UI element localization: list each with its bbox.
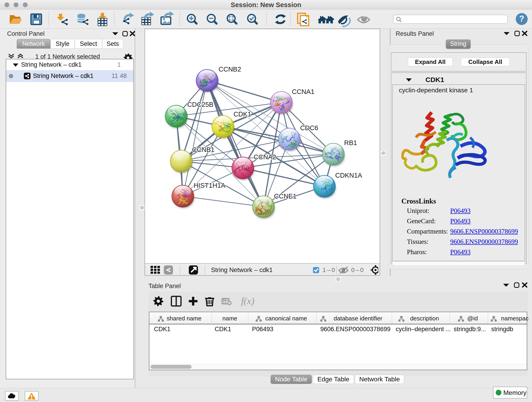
svg-text:RB1: RB1 [344,139,357,147]
svg-text:CDKN1A: CDKN1A [335,172,362,179]
svg-text:CDC6: CDC6 [300,124,318,132]
svg-text:HIST1H1A: HIST1H1A [194,182,225,189]
svg-text:CCNB1: CCNB1 [192,146,215,153]
svg-text:CCNA2: CCNA2 [254,153,276,161]
svg-text:CCNE1: CCNE1 [274,192,297,200]
svg-text:1 – 0: 1 – 0 [323,267,335,274]
svg-text:CCNA1: CCNA1 [292,88,314,95]
svg-text:CDC25B: CDC25B [187,101,213,108]
svg-text:CCNB2: CCNB2 [219,65,241,73]
svg-text:CDK1: CDK1 [234,110,251,118]
svg-text:f(x): f(x) [241,296,254,306]
svg-text:String Network – cdk1: String Network – cdk1 [211,266,273,274]
svg-text:0 – 0: 0 – 0 [351,267,364,274]
